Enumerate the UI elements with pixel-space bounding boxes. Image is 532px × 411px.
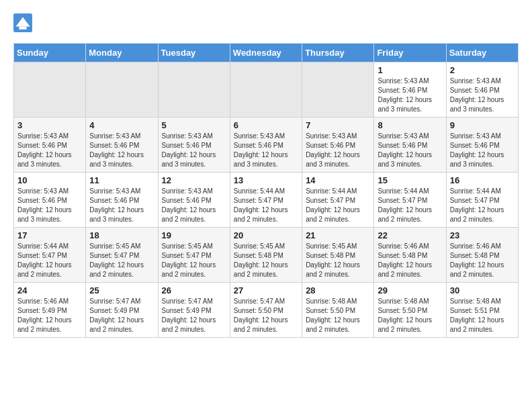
day-number: 15: [378, 175, 442, 185]
column-header-sunday: Sunday: [14, 44, 86, 62]
day-info: Sunrise: 5:43 AMSunset: 5:46 PMDaylight:…: [89, 132, 154, 169]
calendar-cell: 17Sunrise: 5:44 AMSunset: 5:47 PMDayligh…: [14, 228, 86, 283]
day-number: 8: [378, 120, 442, 130]
calendar-table: SundayMondayTuesdayWednesdayThursdayFrid…: [13, 43, 519, 338]
day-number: 26: [162, 285, 226, 295]
day-number: 19: [162, 230, 226, 240]
svg-rect-2: [19, 27, 26, 30]
day-number: 21: [306, 230, 370, 240]
day-number: 29: [378, 285, 442, 295]
day-info: Sunrise: 5:43 AMSunset: 5:46 PMDaylight:…: [306, 132, 370, 169]
calendar-cell: 2Sunrise: 5:43 AMSunset: 5:46 PMDaylight…: [446, 62, 518, 118]
day-info: Sunrise: 5:43 AMSunset: 5:46 PMDaylight:…: [162, 132, 226, 169]
calendar-cell: 20Sunrise: 5:45 AMSunset: 5:48 PMDayligh…: [230, 228, 302, 283]
calendar-week-row: 24Sunrise: 5:46 AMSunset: 5:49 PMDayligh…: [14, 283, 519, 338]
calendar-week-row: 17Sunrise: 5:44 AMSunset: 5:47 PMDayligh…: [14, 228, 519, 283]
calendar-cell: 15Sunrise: 5:44 AMSunset: 5:47 PMDayligh…: [374, 173, 446, 228]
calendar-week-row: 3Sunrise: 5:43 AMSunset: 5:46 PMDaylight…: [14, 118, 519, 173]
day-number: 28: [306, 285, 370, 295]
day-info: Sunrise: 5:48 AMSunset: 5:51 PMDaylight:…: [450, 297, 515, 334]
column-header-friday: Friday: [374, 44, 446, 62]
calendar-cell: 11Sunrise: 5:43 AMSunset: 5:46 PMDayligh…: [86, 173, 158, 228]
calendar-cell: 9Sunrise: 5:43 AMSunset: 5:46 PMDaylight…: [446, 118, 518, 173]
day-number: 14: [306, 175, 370, 185]
day-info: Sunrise: 5:48 AMSunset: 5:50 PMDaylight:…: [378, 297, 442, 334]
column-header-tuesday: Tuesday: [158, 44, 230, 62]
calendar-cell: 22Sunrise: 5:46 AMSunset: 5:48 PMDayligh…: [374, 228, 446, 283]
calendar-cell: [302, 62, 374, 118]
day-number: 17: [17, 230, 82, 240]
calendar-cell: 29Sunrise: 5:48 AMSunset: 5:50 PMDayligh…: [374, 283, 446, 338]
day-number: 16: [450, 175, 515, 185]
logo: [13, 13, 35, 32]
day-info: Sunrise: 5:46 AMSunset: 5:48 PMDaylight:…: [378, 242, 442, 279]
day-info: Sunrise: 5:44 AMSunset: 5:47 PMDaylight:…: [17, 242, 82, 279]
day-info: Sunrise: 5:45 AMSunset: 5:47 PMDaylight:…: [162, 242, 226, 279]
day-number: 24: [17, 285, 82, 295]
calendar-cell: 16Sunrise: 5:44 AMSunset: 5:47 PMDayligh…: [446, 173, 518, 228]
page-header: [13, 13, 519, 32]
day-info: Sunrise: 5:44 AMSunset: 5:47 PMDaylight:…: [378, 187, 442, 224]
column-header-monday: Monday: [86, 44, 158, 62]
day-info: Sunrise: 5:47 AMSunset: 5:49 PMDaylight:…: [162, 297, 226, 334]
day-number: 18: [89, 230, 154, 240]
day-info: Sunrise: 5:45 AMSunset: 5:48 PMDaylight:…: [306, 242, 370, 279]
calendar-cell: 4Sunrise: 5:43 AMSunset: 5:46 PMDaylight…: [86, 118, 158, 173]
calendar-cell: 10Sunrise: 5:43 AMSunset: 5:46 PMDayligh…: [14, 173, 86, 228]
day-info: Sunrise: 5:47 AMSunset: 5:49 PMDaylight:…: [89, 297, 154, 334]
day-number: 11: [89, 175, 154, 185]
day-info: Sunrise: 5:43 AMSunset: 5:46 PMDaylight:…: [378, 77, 442, 114]
calendar-cell: [14, 62, 86, 118]
day-number: 20: [234, 230, 298, 240]
calendar-cell: 18Sunrise: 5:45 AMSunset: 5:47 PMDayligh…: [86, 228, 158, 283]
day-info: Sunrise: 5:45 AMSunset: 5:47 PMDaylight:…: [89, 242, 154, 279]
calendar-cell: 6Sunrise: 5:43 AMSunset: 5:46 PMDaylight…: [230, 118, 302, 173]
calendar-cell: 19Sunrise: 5:45 AMSunset: 5:47 PMDayligh…: [158, 228, 230, 283]
day-info: Sunrise: 5:44 AMSunset: 5:47 PMDaylight:…: [306, 187, 370, 224]
calendar-cell: 23Sunrise: 5:46 AMSunset: 5:48 PMDayligh…: [446, 228, 518, 283]
calendar-cell: 3Sunrise: 5:43 AMSunset: 5:46 PMDaylight…: [14, 118, 86, 173]
day-number: 27: [234, 285, 298, 295]
day-number: 22: [378, 230, 442, 240]
day-info: Sunrise: 5:47 AMSunset: 5:50 PMDaylight:…: [234, 297, 298, 334]
day-number: 30: [450, 285, 515, 295]
day-info: Sunrise: 5:43 AMSunset: 5:46 PMDaylight:…: [162, 187, 226, 224]
day-info: Sunrise: 5:46 AMSunset: 5:48 PMDaylight:…: [450, 242, 515, 279]
day-info: Sunrise: 5:43 AMSunset: 5:46 PMDaylight:…: [17, 187, 82, 224]
calendar-cell: 5Sunrise: 5:43 AMSunset: 5:46 PMDaylight…: [158, 118, 230, 173]
column-header-saturday: Saturday: [446, 44, 518, 62]
day-info: Sunrise: 5:44 AMSunset: 5:47 PMDaylight:…: [450, 187, 515, 224]
logo-icon: [13, 13, 32, 32]
calendar-cell: 28Sunrise: 5:48 AMSunset: 5:50 PMDayligh…: [302, 283, 374, 338]
day-info: Sunrise: 5:45 AMSunset: 5:48 PMDaylight:…: [234, 242, 298, 279]
column-header-wednesday: Wednesday: [230, 44, 302, 62]
day-number: 3: [17, 120, 82, 130]
calendar-cell: 25Sunrise: 5:47 AMSunset: 5:49 PMDayligh…: [86, 283, 158, 338]
calendar-cell: [86, 62, 158, 118]
day-number: 13: [234, 175, 298, 185]
day-number: 4: [89, 120, 154, 130]
day-number: 25: [89, 285, 154, 295]
day-info: Sunrise: 5:43 AMSunset: 5:46 PMDaylight:…: [89, 187, 154, 224]
day-info: Sunrise: 5:43 AMSunset: 5:46 PMDaylight:…: [378, 132, 442, 169]
day-info: Sunrise: 5:48 AMSunset: 5:50 PMDaylight:…: [306, 297, 370, 334]
calendar-week-row: 10Sunrise: 5:43 AMSunset: 5:46 PMDayligh…: [14, 173, 519, 228]
calendar-cell: 8Sunrise: 5:43 AMSunset: 5:46 PMDaylight…: [374, 118, 446, 173]
day-number: 7: [306, 120, 370, 130]
day-number: 12: [162, 175, 226, 185]
day-number: 23: [450, 230, 515, 240]
calendar-cell: 27Sunrise: 5:47 AMSunset: 5:50 PMDayligh…: [230, 283, 302, 338]
day-info: Sunrise: 5:44 AMSunset: 5:47 PMDaylight:…: [234, 187, 298, 224]
day-number: 10: [17, 175, 82, 185]
calendar-cell: [230, 62, 302, 118]
day-info: Sunrise: 5:43 AMSunset: 5:46 PMDaylight:…: [450, 132, 515, 169]
calendar-cell: 13Sunrise: 5:44 AMSunset: 5:47 PMDayligh…: [230, 173, 302, 228]
day-info: Sunrise: 5:43 AMSunset: 5:46 PMDaylight:…: [234, 132, 298, 169]
calendar-header-row: SundayMondayTuesdayWednesdayThursdayFrid…: [14, 44, 519, 62]
day-number: 9: [450, 120, 515, 130]
calendar-cell: 14Sunrise: 5:44 AMSunset: 5:47 PMDayligh…: [302, 173, 374, 228]
day-number: 2: [450, 65, 515, 75]
calendar-cell: 26Sunrise: 5:47 AMSunset: 5:49 PMDayligh…: [158, 283, 230, 338]
day-number: 6: [234, 120, 298, 130]
day-number: 1: [378, 65, 442, 75]
